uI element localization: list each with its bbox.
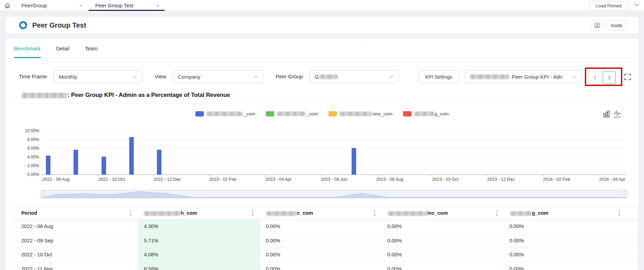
period-cell: 2022 - 11 Nov [21, 262, 53, 270]
value-cell: 8.58% [144, 262, 158, 270]
y-axis-tick-label: 4.00% [14, 155, 39, 159]
tab-label: Peer Group Test [95, 2, 133, 8]
range-slider[interactable] [42, 190, 626, 198]
tab-peergroup[interactable]: PeerGroup × [17, 0, 88, 11]
column-header: c_com [266, 207, 313, 219]
divider [14, 234, 638, 234]
value-cell: 4.30% [144, 219, 158, 233]
close-icon[interactable]: × [155, 3, 160, 8]
x-axis-tick [153, 175, 154, 176]
x-axis-label: 2023 - 04 Apr [257, 177, 299, 182]
column-menu-icon[interactable] [619, 211, 620, 212]
y-axis-tick-label: 6.00% [14, 146, 39, 151]
value-cell: 0.00% [510, 248, 524, 262]
y-axis-tick-label: 2.00% [14, 163, 39, 168]
x-axis-label: 2024 - 04 Apr [591, 177, 633, 182]
redacted-text [266, 211, 297, 216]
column-menu-icon[interactable] [374, 211, 375, 212]
x-axis-label: 2022 - 10 Oct [91, 177, 133, 182]
y-axis-tick-label: 0.00% [14, 172, 39, 177]
x-axis-tick [42, 175, 42, 176]
bar-chart-plot: 0.00%2.00%4.00%6.00%8.00%10.00%2022 - 08… [6, 38, 638, 199]
floating-artifact [361, 39, 366, 45]
column-header: inc_com [388, 207, 448, 219]
column-header-label: inc_com [427, 210, 448, 216]
x-axis-tick [487, 175, 487, 176]
column-header-label: g_com [532, 210, 548, 216]
x-axis-label: 2023 - 10 Oct [424, 177, 466, 182]
column-menu-icon[interactable] [130, 211, 131, 212]
invite-button[interactable]: Invite [607, 20, 626, 30]
browser-tab-bar: PeerGroup × Peer Group Test × Load Pinne… [0, 0, 644, 11]
close-icon[interactable]: × [78, 3, 83, 8]
redacted-text [388, 211, 427, 216]
tab-peer-group-test-active[interactable]: Peer Group Test × [89, 0, 165, 11]
user-badge-button[interactable] [591, 20, 603, 30]
column-header-label: h_com [181, 210, 197, 216]
column-header: Period [21, 207, 37, 219]
x-axis-tick [431, 175, 432, 176]
divider [14, 248, 638, 248]
x-axis-tick [543, 175, 543, 176]
period-cell: 2022 - 10 Oct [21, 248, 52, 262]
range-slider-left-handle[interactable] [41, 191, 44, 198]
bar-2023 - 07 Jul [352, 148, 356, 175]
x-axis-label: 2023 - 02 Feb [202, 177, 244, 182]
x-axis-label: 2023 - 06 Jun [313, 177, 355, 182]
column-header: g_com [510, 207, 548, 219]
divider [14, 219, 638, 220]
y-axis-tick-label: 10.00% [14, 128, 39, 133]
value-cell: 0.00% [266, 219, 280, 233]
x-axis-line [42, 175, 626, 175]
value-cell: 0.00% [387, 234, 402, 248]
bar-2022 - 08 Aug [46, 156, 50, 175]
divider [631, 2, 631, 9]
value-cell: 4.08% [144, 248, 158, 262]
x-axis-tick [98, 175, 98, 176]
bar-2022 - 11 Nov [129, 137, 134, 175]
page-header-card: Peer Group Test Invite [6, 17, 638, 34]
column-header: h_com [144, 207, 197, 219]
x-axis-tick [209, 175, 209, 176]
bar-2022 - 10 Oct [102, 157, 106, 175]
column-menu-icon[interactable] [496, 211, 497, 212]
range-slider-right-handle[interactable] [624, 191, 628, 198]
redacted-text [510, 211, 532, 216]
value-cell: 0.00% [387, 219, 402, 233]
gridline [42, 131, 626, 131]
x-axis-tick [376, 175, 376, 176]
value-cell: 5.71% [144, 234, 158, 248]
value-cell: 0.00% [510, 234, 524, 248]
value-cell: 0.00% [266, 234, 280, 248]
divider [14, 262, 638, 262]
benchmark-table: Periodh_comc_cominc_comg_com2022 - 08 Au… [14, 206, 638, 270]
divider [14, 2, 15, 8]
value-cell: 0.00% [387, 262, 402, 270]
period-cell: 2022 - 09 Sep [21, 234, 53, 248]
range-slider-data-shadow [42, 190, 626, 198]
home-icon[interactable] [4, 2, 11, 9]
x-axis-label: 2022 - 08 Aug [35, 177, 77, 182]
x-axis-tick [264, 175, 265, 176]
value-cell: 0.00% [266, 248, 280, 262]
y-axis-tick-label: 8.00% [14, 137, 39, 142]
period-cell: 2022 - 08 Aug [21, 219, 53, 233]
load-pinned-button[interactable]: Load Pinned [589, 1, 628, 10]
redacted-text [144, 211, 181, 216]
column-header-label: c_com [297, 210, 313, 216]
x-axis-tick [320, 175, 320, 176]
x-axis-label: 2024 - 02 Feb [535, 177, 577, 182]
tab-label: PeerGroup [21, 2, 47, 8]
value-cell: 0.00% [510, 219, 524, 233]
value-cell: 0.00% [266, 262, 280, 270]
x-axis-tick [598, 175, 599, 176]
benchmark-panel: Benchmark Detail Team Time Frame Monthly… [6, 38, 638, 270]
app-logo-icon [19, 21, 28, 30]
column-menu-icon[interactable] [252, 211, 253, 212]
page-title: Peer Group Test [32, 17, 86, 34]
value-cell: 0.00% [510, 262, 524, 270]
x-axis-label: 2022 - 12 Dec [146, 177, 188, 182]
x-axis-label: 2023 - 08 Aug [369, 177, 411, 182]
chevron-down-icon[interactable] [634, 3, 639, 7]
x-axis-label: 2023 - 12 Dec [480, 177, 522, 182]
